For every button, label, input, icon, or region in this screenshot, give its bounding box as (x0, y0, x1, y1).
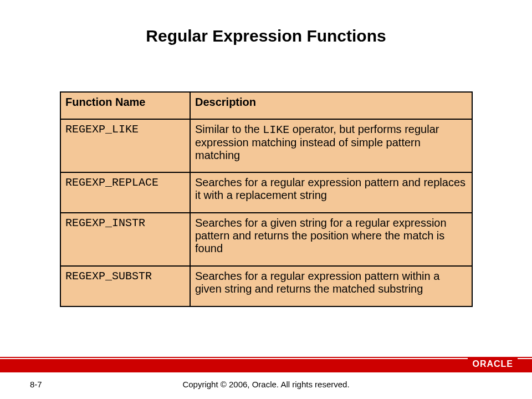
table-row: REGEXP_REPLACE Searches for a regular ex… (60, 172, 472, 213)
table-row: REGEXP_LIKE Similar to the LIKE operator… (60, 119, 472, 172)
oracle-logo-text: ORACLE (472, 359, 513, 369)
desc-text: Searches for a regular expression patter… (195, 270, 439, 295)
fn-name-cell: REGEXP_REPLACE (60, 172, 190, 213)
functions-table: Function Name Description REGEXP_LIKE Si… (60, 91, 473, 307)
fn-name-cell: REGEXP_INSTR (60, 213, 190, 266)
desc-text: Searches for a given string for a regula… (195, 217, 447, 254)
table-row: REGEXP_INSTR Searches for a given string… (60, 213, 472, 266)
table-header-row: Function Name Description (60, 92, 472, 119)
header-description: Description (190, 92, 472, 119)
copyright-text: Copyright © 2006, Oracle. All rights res… (0, 380, 532, 389)
fn-desc-cell: Searches for a regular expression patter… (190, 266, 472, 306)
header-function-name: Function Name (60, 92, 190, 119)
slide: Regular Expression Functions Function Na… (0, 0, 532, 399)
fn-name-cell: REGEXP_SUBSTR (60, 266, 190, 306)
desc-text: Searches for a regular expression patter… (195, 176, 466, 201)
fn-desc-cell: Searches for a regular expression patter… (190, 172, 472, 213)
functions-table-wrap: Function Name Description REGEXP_LIKE Si… (60, 91, 473, 307)
fn-desc-cell: Searches for a given string for a regula… (190, 213, 472, 266)
desc-text: Similar to the (195, 123, 263, 135)
footer-bar (0, 357, 532, 372)
fn-desc-cell: Similar to the LIKE operator, but perfor… (190, 119, 472, 172)
desc-code: LIKE (263, 124, 289, 136)
oracle-logo: ORACLE (468, 357, 518, 371)
table-row: REGEXP_SUBSTR Searches for a regular exp… (60, 266, 472, 306)
fn-name-cell: REGEXP_LIKE (60, 119, 190, 172)
slide-title: Regular Expression Functions (0, 27, 532, 45)
